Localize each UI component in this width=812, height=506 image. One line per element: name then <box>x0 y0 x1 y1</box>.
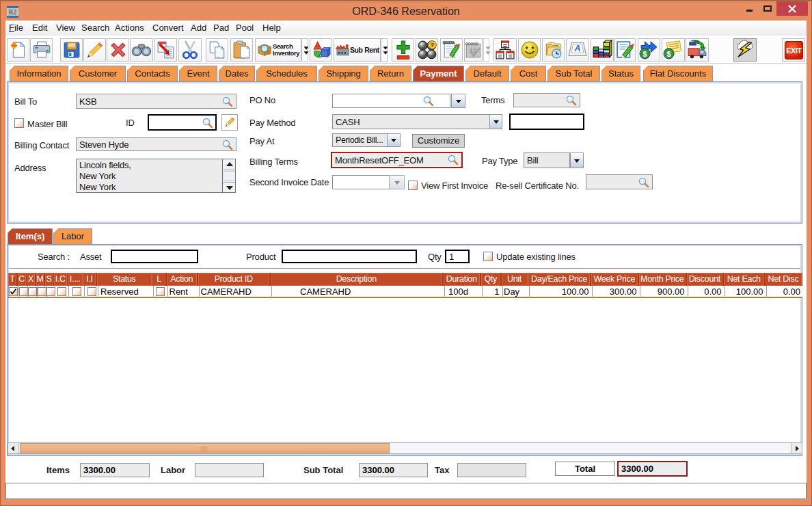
svg-text:A: A <box>573 43 580 53</box>
svg-text:$: $ <box>667 50 671 58</box>
svg-text:$: $ <box>642 50 647 58</box>
svg-text:?: ? <box>430 41 434 49</box>
